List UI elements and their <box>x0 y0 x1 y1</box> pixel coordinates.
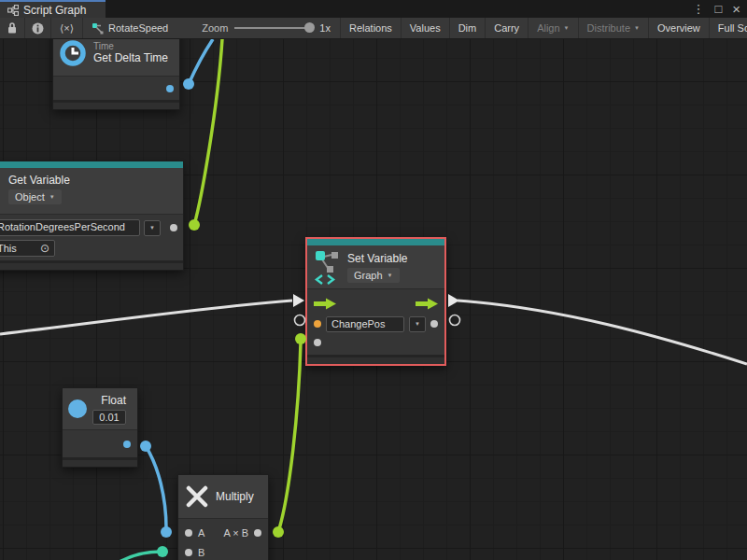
node-footer <box>63 457 137 467</box>
zoom-label: Zoom <box>202 22 228 34</box>
close-icon[interactable]: × <box>732 2 740 16</box>
node-get-variable-header[interactable]: Get Variable Object ▼ <box>0 168 183 214</box>
tab-script-graph[interactable]: Script Graph <box>0 0 106 18</box>
wire-to-multiply-b <box>118 552 161 560</box>
variable-name-field[interactable]: ChangePos <box>326 316 404 332</box>
dim-button[interactable]: Dim <box>450 18 486 38</box>
wire-endpoint <box>157 546 168 557</box>
graph-icon <box>7 5 19 16</box>
zoom-slider-handle[interactable] <box>304 22 315 33</box>
multiply-row-b: B <box>178 542 268 560</box>
input-a-label: A <box>198 527 204 539</box>
variable-kind-label: Graph <box>354 270 383 281</box>
window-controls: ⋮ □ × <box>692 0 740 18</box>
tab-title: Script Graph <box>23 4 86 17</box>
distribute-dropdown[interactable]: Distribute ▼ <box>579 18 649 38</box>
align-dropdown[interactable]: Align ▼ <box>529 18 578 38</box>
variable-name-row: ChangePos ▼ <box>307 314 444 334</box>
code-icon: ⟨×⟩ <box>60 22 74 35</box>
variable-name-row: RotationDegreesPerSecond ▼ <box>0 218 177 237</box>
value-input-row <box>307 334 444 351</box>
wire-multiply-to-set-variable <box>278 343 301 532</box>
node-multiply-body: A A × B B <box>178 518 268 560</box>
node-multiply-header[interactable]: Multiply <box>178 475 268 518</box>
values-button[interactable]: Values <box>402 18 450 38</box>
object-picker-icon[interactable]: ⊙ <box>40 243 49 254</box>
output-label: A × B <box>223 527 248 539</box>
flow-output-port[interactable] <box>416 298 438 310</box>
node-title: Get Variable <box>8 174 70 187</box>
node-float-body <box>63 429 137 457</box>
node-category-label: Time <box>93 41 168 51</box>
variable-name-dropdown[interactable]: ▼ <box>144 220 161 236</box>
graph-breadcrumb[interactable]: RotateSpeed <box>83 18 176 38</box>
node-multiply[interactable]: Multiply A A × B B <box>177 474 269 560</box>
graph-canvas[interactable]: Time Get Delta Time Get Variable Object … <box>0 39 747 560</box>
variable-target-row: This ⊙ <box>0 240 177 257</box>
carry-button[interactable]: Carry <box>486 18 529 38</box>
node-title-bar <box>0 161 183 168</box>
input-b-port[interactable] <box>185 549 192 556</box>
node-footer <box>307 355 444 364</box>
wire-float-to-multiply <box>146 446 166 528</box>
node-title: Get Delta Time <box>93 51 168 64</box>
unconnected-ring-left <box>295 315 305 326</box>
fullscreen-button[interactable]: Full Screen <box>710 18 747 38</box>
variable-kind-dropdown[interactable]: Graph ▼ <box>347 268 400 283</box>
chevron-down-icon: ▼ <box>149 225 155 231</box>
node-set-variable[interactable]: Set Variable Graph ▼ <box>305 237 446 366</box>
flow-arrowhead-right <box>448 294 459 307</box>
node-get-delta-time[interactable]: Time Get Delta Time <box>52 39 180 110</box>
info-icon <box>32 22 44 35</box>
zoom-slider[interactable] <box>234 23 313 33</box>
chevron-down-icon: ▼ <box>634 25 640 31</box>
lock-button[interactable] <box>0 18 25 38</box>
node-float[interactable]: Float 0.01 <box>62 387 138 468</box>
variable-name-input-port[interactable] <box>314 320 321 328</box>
node-set-variable-body: ChangePos ▼ <box>307 288 444 355</box>
unity-visual-scripting-window: Script Graph ⋮ □ × ⟨×⟩ <box>0 0 747 560</box>
node-title: Float <box>101 394 126 407</box>
chevron-down-icon: ▼ <box>49 194 55 200</box>
node-get-delta-time-header[interactable]: Time Get Delta Time <box>53 39 179 76</box>
node-get-delta-time-body <box>53 76 179 100</box>
code-view-button[interactable]: ⟨×⟩ <box>51 18 83 38</box>
node-float-header[interactable]: Float 0.01 <box>63 388 137 429</box>
variable-name-dropdown[interactable]: ▼ <box>409 316 426 332</box>
window-tab-bar: Script Graph ⋮ □ × <box>0 0 747 18</box>
flow-input-port[interactable] <box>314 298 336 310</box>
wire-flow-left <box>0 301 292 334</box>
relations-button[interactable]: Relations <box>341 18 402 38</box>
target-object-field[interactable]: This ⊙ <box>0 240 55 257</box>
node-title-bar <box>307 239 444 245</box>
info-button[interactable] <box>25 18 51 38</box>
variable-kind-label: Object <box>15 191 45 203</box>
delta-time-output-port[interactable] <box>166 85 174 92</box>
wire-endpoint <box>161 526 172 538</box>
variable-kind-dropdown[interactable]: Object ▼ <box>8 189 62 204</box>
clock-icon <box>59 39 87 66</box>
wire-endpoint <box>189 219 200 231</box>
align-label: Align <box>537 22 559 34</box>
get-variable-output-port[interactable] <box>170 224 177 231</box>
value-input-port[interactable] <box>314 339 321 346</box>
chevron-down-icon: ▼ <box>564 25 570 31</box>
chevron-down-icon: ▼ <box>388 273 393 278</box>
output-port[interactable] <box>254 529 261 537</box>
input-a-port[interactable] <box>185 529 192 537</box>
graph-name-label: RotateSpeed <box>108 22 168 34</box>
wire-endpoint <box>273 526 284 538</box>
wire-delta-time-output <box>189 39 213 84</box>
float-value-input[interactable]: 0.01 <box>92 410 126 425</box>
lock-icon <box>7 21 18 35</box>
node-set-variable-header[interactable]: Set Variable Graph ▼ <box>307 245 444 288</box>
node-get-variable[interactable]: Get Variable Object ▼ RotationDegreesPer… <box>0 161 184 271</box>
node-get-variable-body: RotationDegreesPerSecond ▼ This ⊙ <box>0 214 183 260</box>
chevron-down-icon: ▼ <box>415 321 420 327</box>
float-output-port[interactable] <box>123 441 131 448</box>
overview-button[interactable]: Overview <box>649 18 710 38</box>
variable-name-field[interactable]: RotationDegreesPerSecond <box>0 219 140 236</box>
window-menu-icon[interactable]: ⋮ <box>692 3 704 15</box>
value-output-port[interactable] <box>430 320 438 328</box>
maximize-icon[interactable]: □ <box>714 3 722 15</box>
